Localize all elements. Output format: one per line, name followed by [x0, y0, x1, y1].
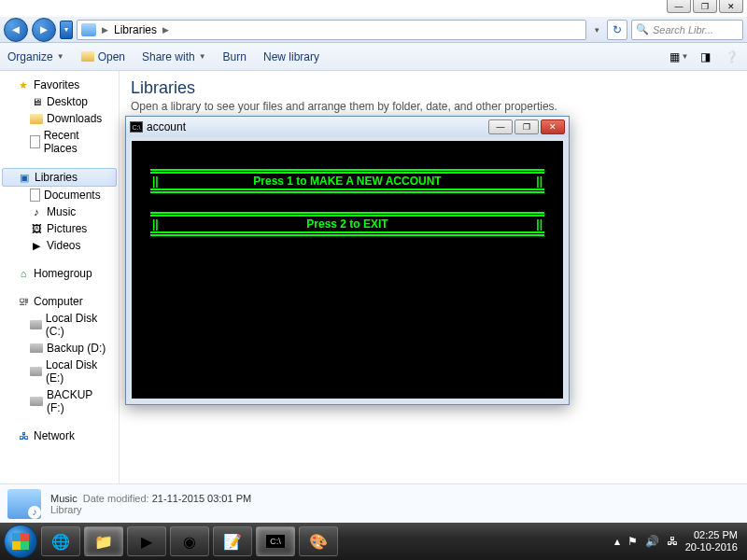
libraries-icon: ▣	[18, 171, 31, 184]
console-option-2: Press 2 to EXIT	[161, 217, 535, 231]
console-close-button[interactable]: ✕	[541, 119, 565, 134]
content-pane: Libraries Open a library to see your fil…	[120, 71, 747, 493]
navigation-sidebar: ★Favorites 🖥Desktop Downloads Recent Pla…	[0, 71, 120, 493]
console-minimize-button[interactable]: —	[488, 119, 513, 134]
sidebar-item-drive-d[interactable]: Backup (D:)	[0, 340, 119, 357]
view-options-button[interactable]: ▦▼	[670, 49, 687, 65]
sidebar-libraries[interactable]: ▣Libraries	[2, 168, 117, 187]
sidebar-favorites[interactable]: ★Favorites	[0, 77, 119, 93]
sidebar-item-pictures[interactable]: 🖼Pictures	[0, 220, 119, 237]
page-subtitle: Open a library to see your files and arr…	[131, 100, 736, 113]
search-placeholder: Search Libr...	[653, 24, 713, 35]
console-maximize-button[interactable]: ❐	[514, 119, 539, 134]
address-bar: ◄ ► ▾ ▶ Libraries ▶ ▾ ↻ 🔍 Search Libr...	[0, 17, 747, 43]
new-library-button[interactable]: New library	[263, 50, 319, 63]
search-icon: 🔍	[636, 23, 649, 35]
document-icon	[30, 189, 40, 202]
open-button[interactable]: Open	[81, 50, 125, 63]
computer-icon: 🖳	[17, 295, 30, 308]
desktop-icon: 🖥	[30, 95, 43, 108]
taskbar: 🌐 📁 ▶ ◉ 📝 C:\ 🎨 ▴ ⚑ 🔊 🖧 02:25 PM 20-10-2…	[0, 523, 747, 560]
drive-icon	[30, 343, 43, 353]
breadcrumb-item[interactable]: Libraries	[114, 23, 157, 36]
nav-back-button[interactable]: ◄	[4, 18, 28, 42]
sidebar-item-recent[interactable]: Recent Places	[0, 127, 119, 157]
taskbar-app-paint[interactable]: 🎨	[299, 526, 338, 556]
search-input[interactable]: 🔍 Search Libr...	[631, 20, 743, 40]
console-titlebar[interactable]: C:\ account — ❐ ✕	[126, 117, 569, 137]
details-name: Music	[50, 493, 78, 504]
console-body[interactable]: ||Press 1 to MAKE A NEW ACCOUNT|| ||Pres…	[132, 141, 563, 399]
music-library-icon	[7, 489, 41, 519]
sidebar-item-drive-c[interactable]: Local Disk (C:)	[0, 310, 119, 340]
taskbar-app-ie[interactable]: 🌐	[41, 526, 80, 556]
sidebar-homegroup[interactable]: ⌂Homegroup	[0, 265, 119, 282]
taskbar-app-explorer[interactable]: 📁	[84, 526, 123, 556]
open-icon	[81, 51, 94, 62]
window-minimize-button[interactable]: —	[667, 0, 691, 13]
nav-forward-button[interactable]: ►	[32, 18, 56, 42]
preview-pane-button[interactable]: ◨	[697, 49, 713, 65]
tray-show-hidden-icon[interactable]: ▴	[614, 535, 620, 548]
help-button[interactable]: ❔	[723, 49, 740, 65]
drive-icon	[30, 367, 42, 376]
network-icon: 🖧	[17, 429, 30, 442]
folder-icon	[30, 114, 43, 124]
pictures-icon: 🖼	[30, 222, 43, 235]
chevron-right-icon: ▶	[162, 25, 169, 35]
videos-icon: ▶	[30, 239, 43, 252]
sidebar-item-desktop[interactable]: 🖥Desktop	[0, 93, 119, 110]
window-maximize-button[interactable]: ❐	[693, 0, 717, 13]
taskbar-clock[interactable]: 02:25 PM 20-10-2016	[685, 529, 738, 553]
sidebar-computer[interactable]: 🖳Computer	[0, 293, 119, 310]
organize-menu[interactable]: Organize▼	[7, 50, 64, 63]
document-icon	[30, 135, 40, 148]
breadcrumb-dropdown[interactable]: ▾	[590, 25, 603, 35]
share-menu[interactable]: Share with▼	[142, 50, 206, 63]
sidebar-item-drive-e[interactable]: Local Disk (E:)	[0, 357, 119, 386]
details-mod-label: Date modified:	[83, 493, 149, 504]
libraries-icon	[81, 23, 96, 36]
details-mod-value: 21-11-2015 03:01 PM	[152, 493, 251, 504]
sidebar-item-documents[interactable]: Documents	[0, 187, 119, 203]
page-title: Libraries	[131, 78, 736, 98]
details-type: Library	[50, 504, 251, 515]
system-tray: ▴ ⚑ 🔊 🖧 02:25 PM 20-10-2016	[614, 529, 743, 553]
taskbar-app-chrome[interactable]: ◉	[170, 526, 209, 556]
command-toolbar: Organize▼ Open Share with▼ Burn New libr…	[0, 43, 747, 71]
drive-icon	[30, 397, 43, 406]
start-button[interactable]	[4, 525, 37, 558]
refresh-button[interactable]: ↻	[607, 20, 627, 40]
sidebar-item-drive-f[interactable]: BACKUP (F:)	[0, 386, 119, 416]
homegroup-icon: ⌂	[17, 267, 30, 280]
window-close-button[interactable]: ✕	[719, 0, 743, 13]
chevron-right-icon: ▶	[102, 25, 108, 35]
tray-network-icon[interactable]: 🖧	[667, 535, 678, 548]
console-window[interactable]: C:\ account — ❐ ✕ ||Press 1 to MAKE A NE…	[125, 116, 570, 405]
star-icon: ★	[17, 78, 30, 91]
sidebar-item-downloads[interactable]: Downloads	[0, 110, 119, 127]
console-title-text: account	[147, 120, 186, 133]
sidebar-network[interactable]: 🖧Network	[0, 427, 119, 444]
taskbar-app-media[interactable]: ▶	[127, 526, 166, 556]
console-option-1: Press 1 to MAKE A NEW ACCOUNT	[161, 175, 535, 188]
breadcrumb[interactable]: ▶ Libraries ▶	[77, 20, 586, 40]
taskbar-app-cmd[interactable]: C:\	[256, 526, 295, 556]
taskbar-app-notes[interactable]: 📝	[213, 526, 252, 556]
music-icon: ♪	[30, 205, 43, 218]
drive-icon	[30, 320, 42, 329]
details-pane: MusicDate modified: 21-11-2015 03:01 PM …	[0, 483, 747, 523]
nav-history-dropdown[interactable]: ▾	[60, 21, 73, 39]
tray-flag-icon[interactable]: ⚑	[627, 535, 638, 548]
burn-button[interactable]: Burn	[223, 50, 247, 63]
tray-volume-icon[interactable]: 🔊	[645, 535, 659, 548]
sidebar-item-videos[interactable]: ▶Videos	[0, 237, 119, 254]
cmd-icon: C:\	[130, 121, 143, 133]
sidebar-item-music[interactable]: ♪Music	[0, 203, 119, 220]
